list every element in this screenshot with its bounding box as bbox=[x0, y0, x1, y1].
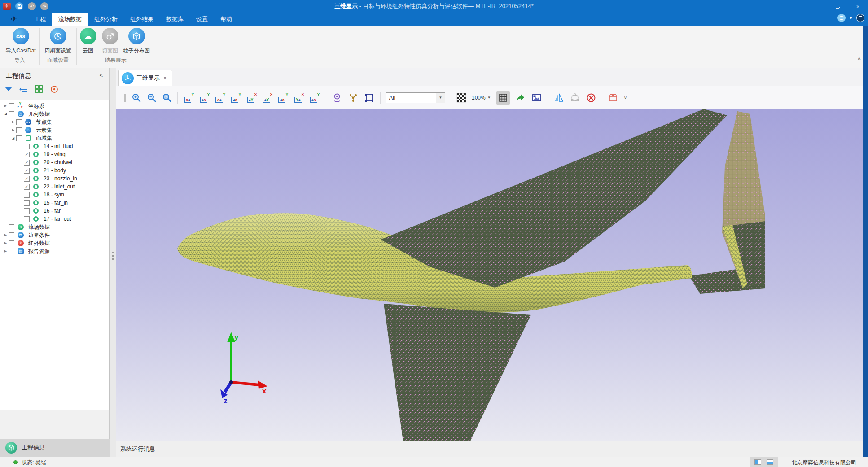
tree-item[interactable]: ✓22 - inlet_out bbox=[0, 183, 109, 191]
view-orientation-button[interactable]: Yxz bbox=[215, 92, 226, 103]
tree-item[interactable]: ◢△几何数据 bbox=[0, 110, 109, 118]
tree-checkbox[interactable] bbox=[9, 224, 14, 230]
tree-expander-icon[interactable]: ▶ bbox=[3, 233, 9, 237]
app-menu-button[interactable]: ✈ bbox=[3, 3, 11, 10]
close-button[interactable]: × bbox=[848, 0, 868, 13]
tree-item[interactable]: 17 - far_out bbox=[0, 215, 109, 223]
tree-item[interactable]: ✓19 - wing bbox=[0, 150, 109, 158]
tree-checkbox[interactable]: ✓ bbox=[24, 160, 30, 166]
tree-item[interactable]: ▶节点集 bbox=[0, 118, 109, 126]
toggle-left-panel-icon[interactable] bbox=[754, 459, 761, 465]
tree-item[interactable]: ✓21 - body bbox=[0, 166, 109, 175]
message-panel-header[interactable]: 系统运行消息 bbox=[116, 441, 863, 457]
node-graph-button[interactable] bbox=[348, 92, 359, 103]
zoom-fit-button[interactable] bbox=[162, 93, 172, 103]
view-orientation-button[interactable]: XYz bbox=[293, 92, 305, 103]
display-set-combobox[interactable]: All ▼ bbox=[386, 92, 445, 103]
grid-view-icon[interactable] bbox=[34, 84, 44, 94]
tree-checkbox[interactable]: ✓ bbox=[24, 176, 30, 182]
toolbar-drag-handle[interactable] bbox=[124, 94, 126, 102]
zoom-percent-dropdown[interactable]: 100% ▼ bbox=[472, 95, 491, 101]
tree-checkbox[interactable] bbox=[16, 127, 22, 133]
tree-item[interactable]: 16 - far bbox=[0, 207, 109, 215]
outline-list-icon[interactable] bbox=[19, 84, 29, 94]
menu-tab[interactable]: 帮助 bbox=[214, 13, 238, 26]
tree-item[interactable]: <流场数据 bbox=[0, 223, 109, 231]
tree-checkbox[interactable] bbox=[24, 144, 30, 149]
tree-expander-icon[interactable]: ◢ bbox=[3, 112, 9, 116]
tree-item[interactable]: ▶Yzx坐标系 bbox=[0, 102, 109, 110]
tree-item[interactable]: ▶⇄边界条件 bbox=[0, 231, 109, 239]
tree-item[interactable]: ▶✳红外数据 bbox=[0, 239, 109, 247]
select-rectangle-button[interactable] bbox=[364, 92, 375, 103]
tree-item[interactable]: ✓23 - nozzle_in bbox=[0, 175, 109, 183]
ribbon-button-contour[interactable]: ☁ 云图 bbox=[78, 28, 98, 55]
save-button[interactable] bbox=[15, 2, 23, 10]
zoom-out-button[interactable] bbox=[147, 93, 157, 103]
ribbon-button-periodic-face[interactable]: 周期面设置 bbox=[41, 28, 75, 55]
style-dropdown-icon[interactable]: ▼ bbox=[849, 16, 853, 20]
toggle-bottom-panel-icon[interactable] bbox=[767, 459, 773, 465]
view-orientation-button[interactable]: Yxz bbox=[183, 92, 195, 103]
redo-button[interactable]: ↷ bbox=[40, 2, 48, 10]
tree-item[interactable]: ▶◌元素集 bbox=[0, 126, 109, 134]
panel-splitter[interactable] bbox=[110, 68, 116, 457]
ribbon-button-import-cas-dat[interactable]: cas 导入Cas/Dat bbox=[2, 28, 39, 55]
viewport-3d[interactable]: y x z bbox=[116, 109, 863, 441]
tree-expander-icon[interactable]: ▶ bbox=[3, 241, 9, 245]
tree-checkbox[interactable] bbox=[24, 208, 30, 214]
view-orientation-button[interactable]: XzY bbox=[262, 92, 273, 103]
tree-checkbox[interactable] bbox=[9, 240, 14, 246]
help-book-button[interactable] bbox=[856, 14, 864, 22]
ribbon-button-particle-distribution[interactable]: 粒子分布图 bbox=[119, 28, 153, 55]
menu-tab[interactable]: 工程 bbox=[28, 13, 52, 26]
screenshot-image-button[interactable] bbox=[531, 92, 542, 103]
view-orientation-button[interactable]: XzY bbox=[246, 92, 258, 103]
undo-button[interactable]: ↶ bbox=[28, 2, 36, 10]
panel-collapse-icon[interactable]: < bbox=[99, 72, 103, 79]
view-orientation-button[interactable]: Yzx bbox=[309, 92, 320, 103]
view-orientation-button[interactable]: Yzx bbox=[230, 92, 242, 103]
tree-expander-icon[interactable]: ▶ bbox=[3, 249, 9, 253]
locate-target-icon[interactable] bbox=[49, 84, 59, 94]
zoom-in-button[interactable] bbox=[132, 93, 141, 103]
grid-toggle-button[interactable] bbox=[496, 91, 510, 105]
tree-item[interactable]: ▶▤报告资源 bbox=[0, 247, 109, 255]
menu-tab[interactable]: 流场数据 bbox=[52, 13, 88, 26]
tree-checkbox[interactable] bbox=[9, 232, 14, 238]
tree-checkbox[interactable] bbox=[9, 111, 14, 117]
tree-checkbox[interactable]: ✓ bbox=[24, 184, 30, 190]
view-orientation-button[interactable]: Yzx bbox=[277, 92, 289, 103]
tree-item[interactable]: 14 - int_fluid bbox=[0, 142, 109, 150]
collapse-ribbon-icon[interactable]: ^ bbox=[857, 56, 861, 63]
combobox-dropdown-icon[interactable]: ▼ bbox=[436, 93, 445, 103]
tab-3d-view[interactable]: 三维显示 × bbox=[118, 70, 172, 86]
tree-checkbox[interactable] bbox=[9, 103, 14, 109]
splitter-handle-icon[interactable] bbox=[112, 252, 114, 265]
minimize-button[interactable]: – bbox=[807, 0, 828, 13]
tree-checkbox[interactable] bbox=[24, 216, 30, 222]
tree-checkbox[interactable] bbox=[24, 200, 30, 206]
cancel-button[interactable] bbox=[586, 92, 596, 103]
tree-item[interactable]: ✓20 - chuiwei bbox=[0, 158, 109, 166]
menu-tab[interactable]: 数据库 bbox=[160, 13, 190, 26]
tree-checkbox[interactable] bbox=[24, 192, 30, 198]
tree-checkbox[interactable] bbox=[9, 249, 14, 254]
more-tools-chevron-icon[interactable]: ∨ bbox=[624, 95, 627, 100]
tree-expander-icon[interactable]: ▶ bbox=[10, 128, 16, 132]
menu-tab[interactable]: 红外分析 bbox=[88, 13, 124, 26]
panel-bottom-tab[interactable]: 工程信息 bbox=[0, 439, 110, 457]
restore-button[interactable] bbox=[828, 0, 848, 13]
menu-tab[interactable]: 红外结果 bbox=[124, 13, 160, 26]
tree-checkbox[interactable]: ✓ bbox=[24, 168, 30, 174]
style-button[interactable] bbox=[837, 14, 846, 22]
tree-expander-icon[interactable]: ◢ bbox=[10, 136, 16, 140]
export-share-button[interactable] bbox=[515, 92, 526, 103]
tab-close-icon[interactable]: × bbox=[163, 75, 167, 81]
view-orientation-button[interactable]: Yzx bbox=[199, 92, 210, 103]
archive-box-button[interactable] bbox=[608, 92, 618, 103]
probe-locate-button[interactable] bbox=[332, 92, 342, 103]
menu-tab[interactable]: 设置 bbox=[190, 13, 214, 26]
tree-item[interactable]: 15 - far_in bbox=[0, 199, 109, 207]
mirror-button[interactable] bbox=[553, 92, 564, 103]
